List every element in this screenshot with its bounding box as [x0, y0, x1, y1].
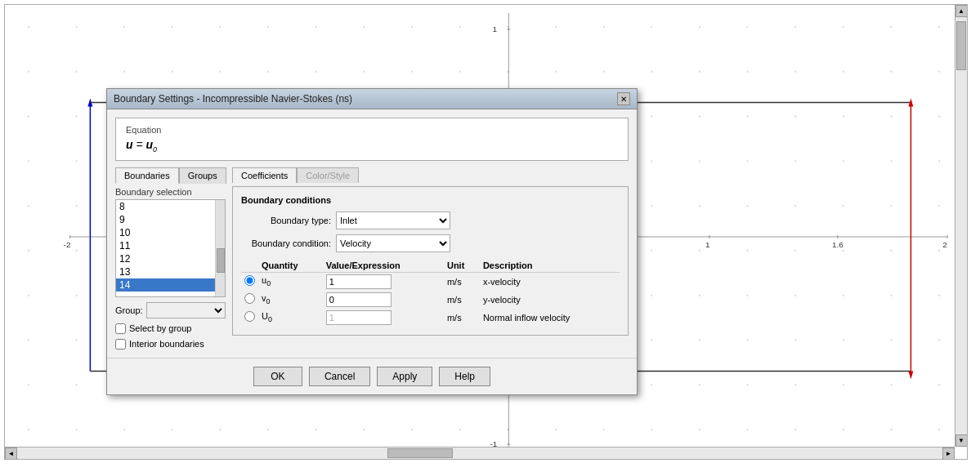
quantity-v0: v0: [258, 291, 323, 309]
scroll-right-button[interactable]: ►: [942, 448, 955, 460]
boundary-selection-label: Boundary selection: [115, 187, 226, 197]
boundary-list-container[interactable]: 8 9 10 11 12 13 14: [115, 199, 226, 297]
apply-button[interactable]: Apply: [377, 367, 432, 386]
left-panel: Boundaries Groups Boundary selection 8 9…: [115, 167, 226, 350]
desc-u0: x-velocity: [480, 272, 620, 291]
close-button[interactable]: ✕: [617, 92, 630, 105]
coefficients-table: Quantity Value/Expression Unit Descripti…: [241, 259, 620, 327]
boundary-item-10[interactable]: 10: [116, 226, 225, 239]
right-panel: Coefficients Color/Style Boundary condit…: [232, 167, 629, 350]
svg-text:-2: -2: [64, 240, 71, 249]
select-by-group-row: Select by group: [115, 323, 226, 334]
equation-section: Equation u = u0: [115, 118, 629, 161]
right-panel-content: Boundary conditions Boundary type: Inlet…: [232, 186, 629, 336]
svg-text:1.6: 1.6: [832, 240, 844, 249]
horizontal-scrollbar[interactable]: ◄ ►: [5, 447, 955, 459]
value-cell-u0: [323, 272, 444, 291]
boundary-condition-row: Boundary condition: Velocity Pressure No…: [241, 234, 620, 252]
scroll-up-button[interactable]: ▲: [955, 5, 968, 17]
value-input-v0[interactable]: [326, 292, 392, 307]
dialog-body: Equation u = u0 Boundaries Groups Bounda…: [107, 109, 637, 358]
scroll-left-button[interactable]: ◄: [5, 448, 17, 460]
value-input-U0[interactable]: [326, 310, 392, 325]
value-cell-U0: [323, 309, 444, 327]
interior-boundaries-row: Interior boundaries: [115, 339, 226, 350]
desc-v0: y-velocity: [480, 291, 620, 309]
cancel-button[interactable]: Cancel: [309, 367, 370, 386]
boundary-type-label: Boundary type:: [241, 216, 331, 225]
interior-boundaries-checkbox[interactable]: [115, 339, 126, 350]
help-button[interactable]: Help: [439, 367, 490, 386]
tab-coefficients[interactable]: Coefficients: [232, 167, 297, 183]
tab-boundaries[interactable]: Boundaries: [115, 167, 179, 184]
boundary-condition-select[interactable]: Velocity Pressure No-slip: [336, 234, 450, 252]
left-tab-row: Boundaries Groups: [115, 167, 226, 184]
list-scrollbar[interactable]: [215, 200, 225, 296]
boundary-condition-label: Boundary condition:: [241, 238, 331, 248]
boundary-type-row: Boundary type: Inlet Outlet Wall Symmetr…: [241, 212, 620, 229]
scroll-v-track[interactable]: [955, 17, 967, 434]
boundary-item-9[interactable]: 9: [116, 213, 225, 226]
select-by-group-label[interactable]: Select by group: [129, 323, 191, 333]
dialog-titlebar: Boundary Settings - Incompressible Navie…: [107, 89, 637, 109]
tab-color-style[interactable]: Color/Style: [297, 167, 359, 183]
equation-label: Equation: [126, 125, 618, 135]
scroll-h-track[interactable]: [17, 448, 942, 459]
select-by-group-checkbox[interactable]: [115, 323, 126, 334]
boundary-item-11[interactable]: 11: [116, 239, 225, 252]
svg-text:2: 2: [942, 240, 947, 249]
scroll-h-thumb[interactable]: [387, 448, 453, 458]
quantity-u0: u0: [258, 272, 323, 291]
th-unit: Unit: [444, 259, 480, 273]
group-label: Group:: [115, 305, 143, 315]
radio-cell-v0: [241, 291, 258, 309]
radio-u0[interactable]: [244, 275, 255, 286]
unit-u0: m/s: [444, 272, 480, 291]
boundary-conditions-title: Boundary conditions: [241, 195, 620, 205]
boundary-item-14[interactable]: 14: [116, 278, 225, 292]
radio-cell-U0: [241, 309, 258, 327]
boundary-item-12[interactable]: 12: [116, 252, 225, 265]
list-scroll-thumb[interactable]: [217, 248, 225, 273]
interior-boundaries-label[interactable]: Interior boundaries: [129, 339, 204, 349]
main-content: Boundaries Groups Boundary selection 8 9…: [115, 167, 629, 350]
group-select[interactable]: [146, 302, 226, 318]
ok-button[interactable]: OK: [253, 367, 302, 386]
scroll-down-button[interactable]: ▼: [955, 434, 968, 447]
table-row: u0 m/s x-velocity: [241, 272, 620, 291]
boundary-settings-dialog: Boundary Settings - Incompressible Navie…: [106, 88, 638, 395]
radio-U0[interactable]: [244, 311, 255, 322]
vertical-scrollbar[interactable]: ▲ ▼: [955, 5, 967, 447]
table-row: U0 m/s Normal inflow velocity: [241, 309, 620, 327]
svg-text:1: 1: [705, 240, 710, 249]
dialog-title: Boundary Settings - Incompressible Navie…: [114, 93, 352, 105]
th-radio: [241, 259, 258, 273]
scroll-v-thumb[interactable]: [956, 21, 966, 70]
right-tab-row: Coefficients Color/Style: [232, 167, 629, 183]
quantity-U0: U0: [258, 309, 323, 327]
boundary-list: 8 9 10 11 12 13 14: [116, 200, 225, 292]
radio-cell-u0: [241, 272, 258, 291]
table-row: v0 m/s y-velocity: [241, 291, 620, 309]
th-value: Value/Expression: [323, 259, 444, 273]
dialog-buttons: OK Cancel Apply Help: [107, 358, 637, 394]
th-description: Description: [480, 259, 620, 273]
svg-text:1: 1: [492, 24, 497, 33]
desc-U0: Normal inflow velocity: [480, 309, 620, 327]
value-input-u0[interactable]: [326, 274, 392, 289]
boundary-type-select[interactable]: Inlet Outlet Wall Symmetry: [336, 212, 450, 229]
boundary-item-13[interactable]: 13: [116, 265, 225, 278]
equation-formula: u = u0: [126, 138, 618, 154]
th-quantity: Quantity: [258, 259, 323, 273]
unit-U0: m/s: [444, 309, 480, 327]
unit-v0: m/s: [444, 291, 480, 309]
value-cell-v0: [323, 291, 444, 309]
group-row: Group:: [115, 302, 226, 318]
radio-v0[interactable]: [244, 293, 255, 304]
tab-groups[interactable]: Groups: [179, 167, 226, 184]
boundary-item-8[interactable]: 8: [116, 200, 225, 213]
